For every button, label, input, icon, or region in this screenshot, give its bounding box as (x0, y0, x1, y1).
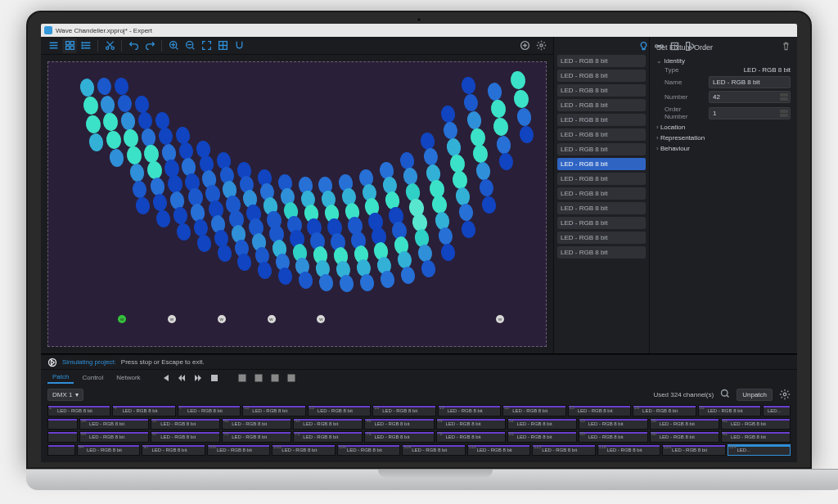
menu-icon[interactable] (46, 38, 61, 53)
frame-icon[interactable] (667, 38, 682, 53)
fixture-list-item[interactable]: LED - RGB 8 bit (557, 99, 646, 111)
patch-cell[interactable]: 91LED - RGB 8 bit (721, 431, 791, 443)
fixture-list-item[interactable]: LED - RGB 8 bit (557, 173, 646, 185)
fixture-dot[interactable] (216, 244, 232, 263)
fixture-dot[interactable] (298, 271, 313, 290)
fixture-dot[interactable] (173, 206, 189, 225)
fixture-list-item[interactable]: LED - RGB 8 bit (557, 70, 646, 82)
transport-stop-icon[interactable] (208, 371, 221, 385)
fixture-list-item[interactable]: LED - RGB 8 bit (557, 143, 646, 155)
transport-forward-icon[interactable] (191, 371, 205, 385)
patch-cell[interactable]: 88LED - RGB 8 bit (650, 431, 719, 443)
tab-control[interactable]: Control (77, 372, 108, 383)
grid-icon[interactable] (215, 38, 230, 53)
patch-cell[interactable]: 76LED - RGB 8 bit (364, 431, 434, 443)
fixture-dot[interactable] (196, 234, 211, 253)
patch-cell[interactable]: 10LED - RGB 8 bit (242, 405, 305, 416)
patch-cell[interactable]: 118LED - RGB 8 bit (597, 444, 660, 456)
section-behaviour[interactable]: Behaviour (656, 145, 791, 152)
patch-cell[interactable]: 103LED - RGB 8 bit (272, 444, 335, 456)
fixture-dot[interactable] (99, 95, 115, 115)
patch-cell[interactable]: 40LED - RGB 8 bit (222, 418, 291, 430)
universe-select[interactable]: DMX 1 ▾ (47, 389, 83, 401)
patch-cell[interactable]: 109LED - RGB 8 bit (402, 444, 465, 456)
fixture-list-item[interactable]: LED - RGB 8 bit (557, 202, 646, 214)
arrange-icon[interactable] (683, 38, 697, 53)
patch-cell[interactable]: 106LED - RGB 8 bit (337, 444, 400, 456)
fixture-dot[interactable] (437, 227, 453, 245)
patch-cell[interactable]: 25LED - RGB 8 bit (568, 405, 631, 416)
tab-network[interactable]: Network (111, 372, 145, 383)
camera-marker[interactable]: w (268, 315, 276, 323)
patch-cell[interactable]: 37LED - RGB 8 bit (151, 418, 220, 430)
patch-cell[interactable]: 82LED - RGB 8 bit (507, 431, 577, 443)
layout-a-icon[interactable] (236, 371, 249, 385)
fixture-list-item[interactable]: LED - RGB 8 bit (557, 128, 646, 141)
camera-marker[interactable]: w (218, 315, 226, 323)
layout-canvas[interactable]: wwwwww (47, 61, 547, 347)
patch-cell[interactable]: 121LED - RGB 8 bit (662, 444, 725, 456)
fixture-dot[interactable] (489, 99, 507, 119)
undo-icon[interactable] (126, 38, 141, 53)
patch-cell[interactable]: 55LED - RGB 8 bit (579, 418, 648, 430)
patch-cell[interactable]: 64LED - RGB 8 bit (79, 431, 149, 443)
patch-cell[interactable]: 70LED - RGB 8 bit (222, 431, 291, 443)
patch-cell[interactable]: 43LED - RGB 8 bit (293, 418, 363, 430)
fixture-dot[interactable] (114, 77, 129, 96)
fixture-dot[interactable] (510, 70, 527, 91)
fixture-dot[interactable] (155, 209, 170, 228)
fixture-dot[interactable] (498, 152, 515, 171)
camera-marker[interactable]: w (496, 315, 504, 323)
patch-cell[interactable]: 34LED - RGB 8 bit (79, 418, 149, 430)
fixture-dot[interactable] (126, 146, 143, 166)
patch-cell[interactable]: 97LED - RGB 8 bit (142, 444, 205, 456)
settings-icon[interactable] (534, 38, 548, 53)
fixture-dot[interactable] (79, 78, 95, 97)
fixture-dot[interactable] (117, 94, 133, 113)
fixture-dot[interactable] (152, 193, 169, 212)
fixture-dot[interactable] (457, 203, 474, 222)
fixture-list-item[interactable]: LED - RGB 8 bit (557, 158, 646, 170)
fixture-dot[interactable] (85, 114, 102, 134)
patch-cell[interactable]: 73LED - RGB 8 bit (293, 431, 363, 443)
fixture-list-item[interactable]: LED - RGB 8 bit (557, 114, 646, 126)
patch-cell[interactable]: 4LED - RGB 8 bit (112, 405, 175, 416)
section-identity[interactable]: Identity (656, 57, 791, 65)
fixture-dot[interactable] (128, 163, 145, 182)
fixture-dot[interactable] (140, 128, 156, 147)
section-representation[interactable]: Representation (656, 134, 791, 142)
zoom-out-icon[interactable] (182, 38, 197, 53)
zoom-in-icon[interactable] (166, 38, 181, 53)
connector-icon[interactable] (651, 38, 666, 53)
fixture-dot[interactable] (422, 147, 439, 166)
stop-icon[interactable] (47, 358, 57, 367)
fixture-dot[interactable] (175, 223, 191, 241)
patch-cell[interactable]: 7LED - RGB 8 bit (178, 405, 241, 416)
patch-cell[interactable]: 79LED - RGB 8 bit (436, 431, 506, 443)
fixture-dot[interactable] (257, 261, 273, 280)
fixture-dot[interactable] (475, 161, 492, 181)
transport-start-icon[interactable] (159, 371, 172, 385)
fixture-dot[interactable] (137, 111, 154, 130)
fixture-dot[interactable] (399, 151, 415, 170)
patch-cell[interactable]: 112LED - RGB 8 bit (467, 444, 530, 456)
patch-cell[interactable]: 61LED - RGB 8 bit (721, 418, 791, 430)
unpatch-button[interactable]: Unpatch (737, 389, 773, 401)
fixture-dot[interactable] (519, 125, 535, 144)
fixture-dot[interactable] (495, 135, 511, 155)
zoom-fit-icon[interactable] (199, 38, 214, 53)
number-field[interactable]: 42 (709, 91, 791, 103)
fixture-dot[interactable] (119, 111, 136, 131)
patch-cell[interactable]: 100LED - RGB 8 bit (207, 444, 270, 456)
fixture-dot[interactable] (463, 93, 480, 112)
fixture-dot[interactable] (102, 112, 119, 133)
fixture-dot[interactable] (132, 179, 148, 198)
patch-cell[interactable]: 46LED - RGB 8 bit (364, 418, 434, 430)
camera-marker[interactable]: w (168, 315, 176, 323)
fixture-dot[interactable] (237, 253, 252, 272)
section-location[interactable]: Location (656, 124, 791, 131)
fixture-dot[interactable] (379, 270, 394, 289)
fixture-dot[interactable] (318, 273, 334, 292)
fixture-dot[interactable] (134, 95, 150, 114)
patch-cell[interactable]: 52LED - RGB 8 bit (507, 418, 577, 430)
